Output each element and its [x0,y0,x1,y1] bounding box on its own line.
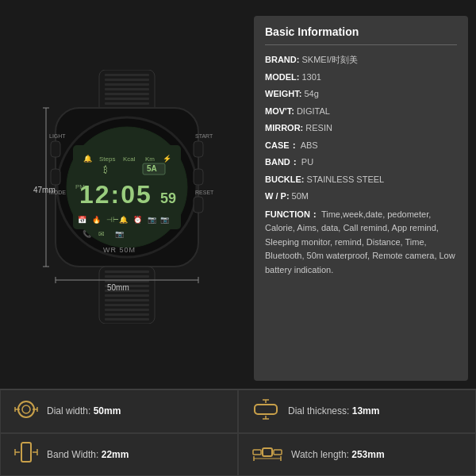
info-row-movt: MOV'T: DIGITAL [265,105,457,118]
svg-text:📷: 📷 [148,215,157,225]
svg-rect-2 [105,79,149,81]
svg-rect-15 [194,197,203,213]
info-row-weight: WEIGHT: 54g [265,87,457,101]
band-width-icon [13,441,39,467]
svg-rect-50 [105,294,149,297]
function-label: FUNCTION： [265,209,321,219]
wp-label: W / P: [265,191,292,201]
svg-rect-12 [51,169,60,185]
svg-rect-46 [105,275,149,278]
info-panel-title: Basic Information [265,25,457,45]
info-panel: Basic Information BRAND: SKMEI/时刻美 MODEL… [254,16,468,381]
svg-text:📷: 📷 [115,229,125,239]
svg-rect-54 [105,313,149,316]
svg-point-65 [22,405,30,413]
watch-length-text: Watch length: 253mm [291,449,385,460]
svg-rect-7 [105,102,149,105]
buckle-value: STAINLESS STEEL [307,175,385,184]
spec-dial-width: Dial width: 50mm [0,390,238,433]
dial-thickness-text: Dial thickness: 13mm [288,405,379,416]
dial-width-text: Dial width: 50mm [47,405,121,416]
model-label: MODEL: [265,72,301,82]
svg-text:47mm: 47mm [33,186,56,194]
movt-label: MOV'T: [265,106,297,116]
svg-rect-11 [51,141,60,157]
svg-rect-82 [274,450,282,455]
svg-text:Steps: Steps [99,155,115,163]
brand-value: SKMEI/时刻美 [301,55,357,64]
svg-rect-6 [105,98,149,100]
svg-text:Kcal: Kcal [123,155,136,163]
watch-length-value: 253mm [351,449,384,460]
svg-rect-81 [253,450,261,455]
main-container: LIGHT START MODE RESET 🔔 Steps Kcal Km ⚡ [0,0,476,476]
svg-rect-70 [255,405,277,414]
spec-dial-thickness: Dial thickness: 13mm [238,390,476,433]
svg-text:📅: 📅 [78,215,87,225]
svg-text:50mm: 50mm [107,283,129,292]
svg-rect-45 [105,271,149,273]
svg-rect-75 [21,443,31,462]
dial-thickness-icon [251,398,280,424]
svg-rect-1 [105,74,149,76]
watch-area: LIGHT START MODE RESET 🔔 Steps Kcal Km ⚡ [8,16,246,381]
svg-text:⊣⊢: ⊣⊢ [106,216,119,224]
weight-value: 54g [305,89,319,98]
weight-label: WEIGHT: [265,89,305,98]
movt-value: DIGITAL [297,106,330,116]
info-row-case: CASE： ABS [265,139,457,152]
bottom-specs-bar: Dial width: 50mm Dial thickness: 13mm [0,389,476,476]
band-width-value: 22mm [102,449,129,460]
buckle-label: BUCKLE: [265,175,307,184]
svg-text:Km: Km [145,155,155,163]
svg-text:5A: 5A [147,164,157,173]
info-row-function: FUNCTION： Time,week,date, pedometer, Cal… [265,208,457,278]
brand-label: BRAND: [265,55,301,64]
svg-point-64 [18,401,34,417]
mirror-value: RESIN [305,123,332,132]
info-row-mirror: MIRROR: RESIN [265,121,457,135]
dial-width-icon [13,398,39,424]
svg-text:🔔: 🔔 [119,215,129,225]
svg-text:12:05: 12:05 [79,180,152,209]
svg-rect-14 [194,169,203,185]
svg-text:START: START [195,133,213,139]
svg-rect-53 [105,309,149,311]
watch-svg: LIGHT START MODE RESET 🔔 Steps Kcal Km ⚡ [32,70,222,324]
svg-text:📞: 📞 [83,229,92,239]
svg-text:WR 50M: WR 50M [103,246,136,254]
svg-rect-51 [105,299,149,301]
svg-rect-13 [194,141,203,157]
svg-text:📷: 📷 [160,215,170,225]
svg-rect-80 [263,448,272,456]
svg-text:RESET: RESET [195,190,214,195]
info-row-wp: W / P: 50M [265,190,457,203]
svg-text:⚡: ⚡ [163,154,172,163]
svg-text:59: 59 [160,190,176,206]
watch-length-icon [251,441,283,467]
svg-rect-52 [105,304,149,306]
case-value: ABS [301,140,318,150]
info-row-model: MODEL: 1301 [265,71,457,84]
model-value: 1301 [301,72,321,82]
info-row-band: BAND： PU [265,155,457,169]
svg-text:₿: ₿ [103,165,108,175]
svg-rect-55 [105,318,149,321]
case-label: CASE： [265,140,301,150]
spec-band-width: Band Width: 22mm [0,433,238,477]
wp-value: 50M [292,191,309,201]
svg-text:⏰: ⏰ [133,215,143,225]
svg-rect-0 [99,70,155,113]
svg-text:🔔: 🔔 [83,154,93,163]
top-section: LIGHT START MODE RESET 🔔 Steps Kcal Km ⚡ [0,0,476,389]
svg-text:🔥: 🔥 [92,215,102,225]
band-label: BAND： [265,157,301,167]
svg-text:✉: ✉ [98,230,105,238]
info-row-brand: BRAND: SKMEI/时刻美 [265,53,457,67]
svg-rect-3 [105,83,149,86]
dial-width-value: 50mm [94,405,121,416]
svg-text:LIGHT: LIGHT [49,133,66,139]
info-row-buckle: BUCKLE: STAINLESS STEEL [265,173,457,186]
band-width-text: Band Width: 22mm [47,449,129,460]
mirror-label: MIRROR: [265,123,305,132]
